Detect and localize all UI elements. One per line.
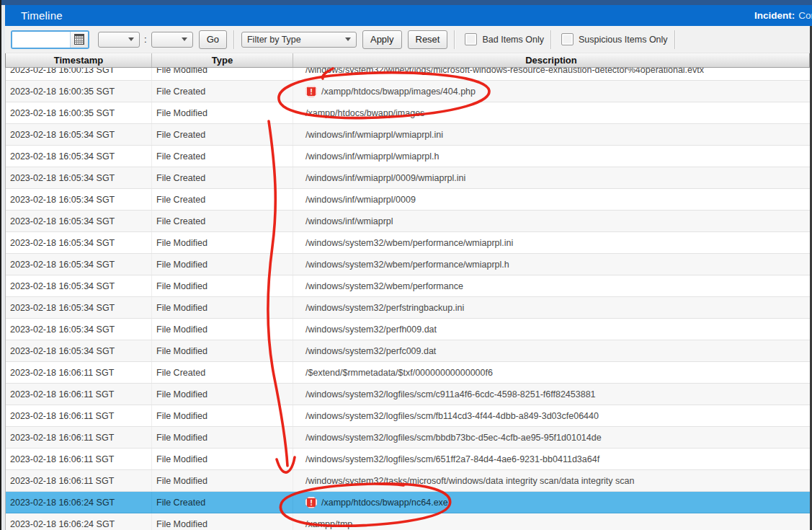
table-row[interactable]: 2023-02-18 16:05:34 SGT File Modified ! … xyxy=(6,340,810,362)
bad-items-checkbox[interactable] xyxy=(465,33,477,45)
minute-select[interactable] xyxy=(151,32,193,48)
table-row[interactable]: 2023-02-18 16:06:11 SGT File Modified ! … xyxy=(6,384,810,405)
description-text: /windows/inf/wmiaprpl/wmiaprpl.ini xyxy=(305,130,443,140)
incident-value: Con xyxy=(798,10,812,21)
reset-button[interactable]: Reset xyxy=(408,30,448,49)
table-row[interactable]: 2023-02-18 16:05:34 SGT File Modified ! … xyxy=(6,297,810,319)
window-left-gutter xyxy=(1,0,5,530)
timestamp-cell: 2023-02-18 16:00:35 SGT xyxy=(6,102,152,123)
table-row[interactable]: 2023-02-18 16:05:34 SGT File Modified ! … xyxy=(6,232,810,254)
type-cell: File Created xyxy=(152,146,293,167)
table-row[interactable]: 2023-02-18 16:05:34 SGT File Modified ! … xyxy=(6,254,810,275)
type-cell: File Modified xyxy=(152,232,293,253)
timeline-window: Timeline Incident: Con : Go Filter by Ty… xyxy=(0,0,812,530)
alert-icon: ! xyxy=(305,86,317,97)
type-cell: File Modified xyxy=(152,275,293,296)
timestamp-cell: 2023-02-18 16:05:34 SGT xyxy=(6,275,152,296)
description-text: /windows/system32/wbem/performance/wmiap… xyxy=(305,260,509,270)
table-row[interactable]: 2023-02-18 16:00:13 SGT File Modified ! … xyxy=(6,68,810,81)
timestamp-cell: 2023-02-18 16:06:11 SGT xyxy=(6,449,152,469)
timestamp-cell: 2023-02-18 16:00:13 SGT xyxy=(6,68,152,80)
timeline-table-viewport[interactable]: 2023-02-18 16:00:13 SGT File Modified ! … xyxy=(5,68,810,530)
description-cell: ! /windows/inf/wmiaprpl/0009 xyxy=(293,189,810,210)
timestamp-cell: 2023-02-18 16:05:34 SGT xyxy=(6,254,152,275)
filter-by-type-value: Filter by Type xyxy=(247,35,301,45)
page-title: Timeline xyxy=(21,9,63,22)
type-cell: File Modified xyxy=(152,254,293,275)
table-row[interactable]: 2023-02-18 16:06:11 SGT File Modified ! … xyxy=(6,470,810,492)
timestamp-cell: 2023-02-18 16:06:11 SGT xyxy=(6,427,152,448)
chevron-down-icon xyxy=(128,37,134,41)
description-cell: ! /windows/inf/wmiaprpl/wmiaprpl.h xyxy=(293,146,810,167)
timestamp-cell: 2023-02-18 16:05:34 SGT xyxy=(6,167,152,188)
type-cell: File Modified xyxy=(152,384,293,405)
toolbar-separator xyxy=(233,30,235,49)
table-row[interactable]: 2023-02-18 16:00:35 SGT File Modified ! … xyxy=(6,102,810,124)
type-cell: File Created xyxy=(152,362,293,383)
timestamp-cell: 2023-02-18 16:05:34 SGT xyxy=(6,232,152,253)
description-text: /windows/system32/perfc009.dat xyxy=(305,346,436,356)
table-row[interactable]: 2023-02-18 16:06:24 SGT File Created ! /… xyxy=(6,492,810,513)
column-header-description[interactable]: Description xyxy=(293,53,809,67)
description-cell: ! /windows/inf/wmiaprpl/0009/wmiaprpl.in… xyxy=(293,167,810,188)
window-left-frame xyxy=(0,0,1,530)
description-text: /windows/system32/winevt/logs/microsoft-… xyxy=(305,68,704,75)
description-cell: ! /xampp/tmp xyxy=(293,513,810,530)
table-row[interactable]: 2023-02-18 16:06:11 SGT File Modified ! … xyxy=(6,405,810,427)
timestamp-cell: 2023-02-18 16:06:11 SGT xyxy=(6,405,152,426)
description-text: /windows/inf/wmiaprpl/wmiaprpl.h xyxy=(305,151,439,162)
description-text: /xampp/htdocs/bwapp/images/404.php xyxy=(321,87,476,97)
description-cell: ! /windows/system32/wbem/performance xyxy=(293,275,810,296)
type-cell: File Modified xyxy=(152,68,293,80)
timestamp-cell: 2023-02-18 16:05:34 SGT xyxy=(6,340,152,361)
table-row[interactable]: 2023-02-18 16:05:34 SGT File Created ! /… xyxy=(6,189,810,211)
type-cell: File Modified xyxy=(152,427,293,448)
type-cell: File Modified xyxy=(152,319,293,340)
type-cell: File Modified xyxy=(152,102,293,123)
table-row[interactable]: 2023-02-18 16:05:34 SGT File Created ! /… xyxy=(6,167,810,189)
go-button[interactable]: Go xyxy=(199,30,227,49)
type-cell: File Modified xyxy=(152,470,293,491)
description-text: /windows/inf/wmiaprpl xyxy=(305,216,393,226)
apply-button[interactable]: Apply xyxy=(362,30,402,49)
date-input-group xyxy=(11,30,89,49)
date-input[interactable] xyxy=(12,32,70,48)
table-row[interactable]: 2023-02-18 16:05:34 SGT File Created ! /… xyxy=(6,124,810,146)
table-row[interactable]: 2023-02-18 16:06:24 SGT File Modified ! … xyxy=(6,513,810,530)
description-cell: ! /windows/system32/wbem/performance/wmi… xyxy=(293,254,810,275)
timestamp-cell: 2023-02-18 16:05:34 SGT xyxy=(6,211,152,231)
description-cell: ! /windows/inf/wmiaprpl xyxy=(293,211,810,231)
description-cell: ! /windows/system32/wbem/performance/wmi… xyxy=(293,232,810,253)
column-header-timestamp[interactable]: Timestamp xyxy=(6,53,152,67)
column-header-type[interactable]: Type xyxy=(152,53,293,67)
description-text: /windows/inf/wmiaprpl/0009 xyxy=(305,195,416,205)
title-bar: Timeline Incident: Con xyxy=(5,5,812,26)
table-row[interactable]: 2023-02-18 16:06:11 SGT File Created ! /… xyxy=(6,362,810,384)
table-row[interactable]: 2023-02-18 16:05:34 SGT File Created ! /… xyxy=(6,146,810,167)
chevron-down-icon xyxy=(345,37,351,41)
description-text: /windows/system32/logfiles/scm/651ff2a7-… xyxy=(305,454,599,464)
description-cell: ! /xampp/htdocs/bwapp/images xyxy=(293,102,810,123)
alert-icon: ! xyxy=(305,497,317,508)
suspicious-items-checkbox[interactable] xyxy=(561,33,574,45)
calendar-picker-button[interactable] xyxy=(70,32,88,48)
description-cell: ! /windows/system32/logfiles/scm/bbdb73b… xyxy=(293,427,810,448)
description-text: /windows/system32/perfstringbackup.ini xyxy=(305,303,464,313)
type-cell: File Created xyxy=(152,189,293,210)
table-row[interactable]: 2023-02-18 16:00:35 SGT File Created ! /… xyxy=(6,81,810,102)
table-row[interactable]: 2023-02-18 16:06:11 SGT File Modified ! … xyxy=(6,449,810,470)
table-row[interactable]: 2023-02-18 16:06:11 SGT File Modified ! … xyxy=(6,427,810,449)
time-separator: : xyxy=(144,34,147,45)
table-row[interactable]: 2023-02-18 16:05:34 SGT File Created ! /… xyxy=(6,211,810,232)
filter-toolbar: : Go Filter by Type Apply Reset Bad Item… xyxy=(5,26,810,53)
incident-status: Incident: Con xyxy=(754,5,812,26)
filter-by-type-select[interactable]: Filter by Type xyxy=(241,32,357,48)
description-cell: ! /windows/system32/perfh009.dat xyxy=(293,319,810,340)
hour-select[interactable] xyxy=(98,32,140,48)
table-row[interactable]: 2023-02-18 16:05:34 SGT File Modified ! … xyxy=(6,319,810,340)
table-row[interactable]: 2023-02-18 16:05:34 SGT File Modified ! … xyxy=(6,275,810,297)
type-cell: File Created xyxy=(152,211,293,231)
timestamp-cell: 2023-02-18 16:06:11 SGT xyxy=(6,470,152,491)
description-cell: ! /windows/system32/perfstringbackup.ini xyxy=(293,297,810,318)
toolbar-separator xyxy=(674,30,676,49)
